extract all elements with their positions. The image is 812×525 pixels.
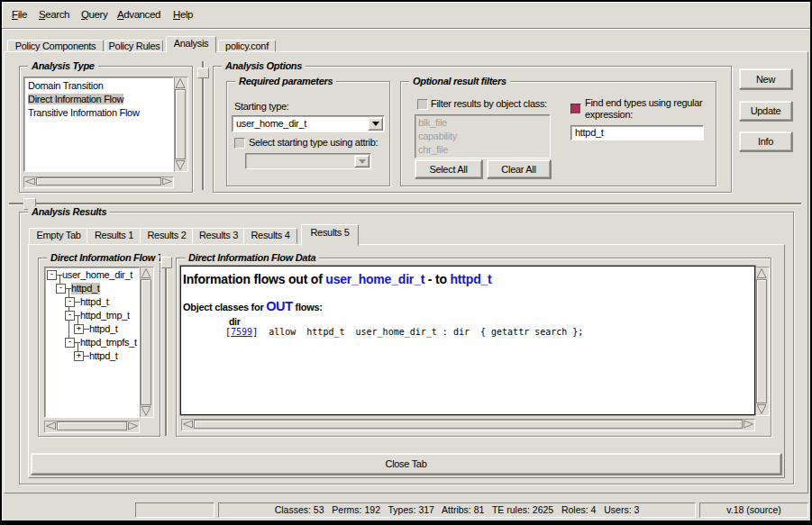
regex-checkbox[interactable] xyxy=(570,104,581,114)
tab-results-4[interactable]: Results 4 xyxy=(243,228,297,244)
tab-analysis[interactable]: Analysis xyxy=(166,36,216,53)
tab-empty-tab[interactable]: Empty Tab xyxy=(29,228,88,244)
select-all-button[interactable]: Select All xyxy=(415,159,482,178)
flow-tree-title: Direct Information Flow T xyxy=(47,252,160,263)
analysis-type-group: Analysis Type Domain Transition Direct I… xyxy=(19,66,193,193)
tab-results-5[interactable]: Results 5 xyxy=(301,224,359,246)
list-item[interactable]: Transitive Information Flow xyxy=(28,106,173,120)
scroll-right-icon[interactable] xyxy=(127,421,139,430)
flow-tree[interactable]: - user_home_dir_t - httpd_t - httpd_t - … xyxy=(44,267,140,418)
tab-policy-conf[interactable]: policy.conf xyxy=(218,40,276,52)
starting-type-label: Starting type: xyxy=(234,101,289,112)
scroll-down-icon[interactable] xyxy=(175,159,186,171)
tree-toggle[interactable]: - xyxy=(56,284,66,294)
scroll-right-icon[interactable] xyxy=(743,420,754,429)
clear-all-button[interactable]: Clear All xyxy=(487,159,551,178)
attrib-checkbox-label[interactable]: Select starting type using attrib: xyxy=(249,137,378,148)
menu-query[interactable]: Query xyxy=(81,2,107,27)
tree-hscroll[interactable] xyxy=(44,421,140,433)
list-item-disabled: chr_file xyxy=(418,143,550,157)
scroll-up-icon[interactable] xyxy=(175,77,186,89)
tree-node-label[interactable]: user_home_dir_t xyxy=(62,269,132,281)
menu-search[interactable]: Search xyxy=(39,2,69,27)
results-sash-handle[interactable] xyxy=(161,257,172,268)
new-button[interactable]: New xyxy=(739,68,792,89)
scroll-up-icon[interactable] xyxy=(756,267,767,279)
starting-type-combobox[interactable]: user_home_dir_t xyxy=(232,115,385,132)
scroll-thumb[interactable] xyxy=(36,177,161,186)
required-parameters-group: Required parameters Starting type: user_… xyxy=(226,81,390,186)
analysis-type-title: Analysis Type xyxy=(28,60,98,71)
scroll-left-icon[interactable] xyxy=(182,420,194,429)
tree-node-label[interactable]: httpd_t xyxy=(89,323,118,335)
combo-arrow-icon[interactable] xyxy=(368,117,383,131)
rule-id-link[interactable]: 7599 xyxy=(231,327,252,337)
analysis-results-title: Analysis Results xyxy=(28,206,110,217)
regex-entry[interactable]: httpd_t xyxy=(570,125,704,140)
filter-by-class-label[interactable]: Filter results by object class: xyxy=(431,98,547,109)
menu-advanced[interactable]: Advanced xyxy=(117,2,160,27)
scroll-down-icon[interactable] xyxy=(756,403,767,415)
scroll-thumb[interactable] xyxy=(57,421,127,430)
scroll-down-icon[interactable] xyxy=(141,405,151,417)
attrib-checkbox[interactable] xyxy=(234,138,245,149)
scroll-thumb[interactable] xyxy=(194,420,743,429)
tab-policy-components[interactable]: Policy Components xyxy=(7,40,104,52)
tree-toggle[interactable]: + xyxy=(74,351,84,361)
tab-results-3[interactable]: Results 3 xyxy=(192,228,245,244)
object-class-name: dir xyxy=(229,316,241,327)
tab-policy-rules[interactable]: Policy Rules xyxy=(105,40,163,52)
analysis-type-hscroll[interactable] xyxy=(23,177,174,188)
vertical-sash-handle[interactable] xyxy=(197,68,209,78)
filter-by-class-checkbox[interactable] xyxy=(417,99,428,110)
scroll-right-icon[interactable] xyxy=(161,177,173,186)
required-parameters-title: Required parameters xyxy=(235,76,336,86)
data-vscroll[interactable] xyxy=(755,267,770,416)
starting-type-value[interactable]: user_home_dir_t xyxy=(236,118,306,129)
status-empty-box xyxy=(135,502,214,518)
flow-data-group: Direct Information Flow Data Information… xyxy=(176,258,771,437)
flow-data-text[interactable]: Information flows out of user_home_dir_t… xyxy=(180,266,755,415)
tab-results-2[interactable]: Results 2 xyxy=(140,228,194,244)
tab-results-1[interactable]: Results 1 xyxy=(87,228,141,244)
scroll-left-icon[interactable] xyxy=(45,421,57,430)
tree-toggle[interactable]: - xyxy=(65,311,75,321)
menu-help[interactable]: Help xyxy=(173,2,193,27)
update-button[interactable]: Update xyxy=(739,101,792,121)
analysis-type-listbox[interactable]: Domain Transition Direct Information Flo… xyxy=(23,77,174,172)
scroll-left-icon[interactable] xyxy=(24,177,36,186)
tree-toggle[interactable]: - xyxy=(47,270,57,280)
tree-toggle[interactable]: - xyxy=(65,297,75,307)
data-hscroll[interactable] xyxy=(181,419,755,431)
tree-node-label[interactable]: httpd_tmpfs_t xyxy=(80,337,137,348)
scroll-thumb[interactable] xyxy=(141,279,151,405)
analysis-options-group: Analysis Options Required parameters Sta… xyxy=(213,66,732,193)
tree-vscroll[interactable] xyxy=(140,267,154,418)
tree-toggle[interactable]: - xyxy=(65,338,75,348)
menu-bar: File Search Query Advanced Help xyxy=(2,2,810,29)
info-button[interactable]: Info xyxy=(739,131,792,151)
tree-node-label[interactable]: httpd_t xyxy=(89,350,118,362)
analysis-options-title: Analysis Options xyxy=(222,60,306,71)
tree-node-label[interactable]: httpd_t xyxy=(80,296,109,308)
apol-window: File Search Query Advanced Help Policy C… xyxy=(0,0,812,520)
tree-node-label-selected[interactable]: httpd_t xyxy=(71,283,100,294)
optional-filters-title: Optional result filters xyxy=(409,76,510,86)
tree-toggle[interactable]: + xyxy=(74,324,84,334)
results-page: Direct Information Flow T xyxy=(28,244,785,478)
status-stats: Classes: 53 Perms: 192 Types: 317 Attrib… xyxy=(218,502,696,518)
rule-line: [7599] allow httpd_t user_home_dir_t : d… xyxy=(225,327,583,337)
menu-file[interactable]: File xyxy=(12,2,27,27)
scroll-up-icon[interactable] xyxy=(141,267,151,279)
analysis-type-vscroll[interactable] xyxy=(174,77,188,172)
list-item-selected[interactable]: Direct Information Flow xyxy=(28,93,173,106)
list-item[interactable]: Domain Transition xyxy=(28,79,173,93)
close-tab-button[interactable]: Close Tab xyxy=(31,453,781,475)
scroll-thumb[interactable] xyxy=(756,279,767,403)
flow-data-header: Information flows out of user_home_dir_t… xyxy=(183,272,492,286)
regex-checkbox-label[interactable]: Find end types using regular expression: xyxy=(585,97,702,121)
scroll-thumb[interactable] xyxy=(175,89,186,159)
horizontal-sash-line xyxy=(9,203,801,204)
tree-node-label[interactable]: httpd_tmp_t xyxy=(80,310,130,321)
flow-data-title: Direct Information Flow Data xyxy=(185,252,319,263)
